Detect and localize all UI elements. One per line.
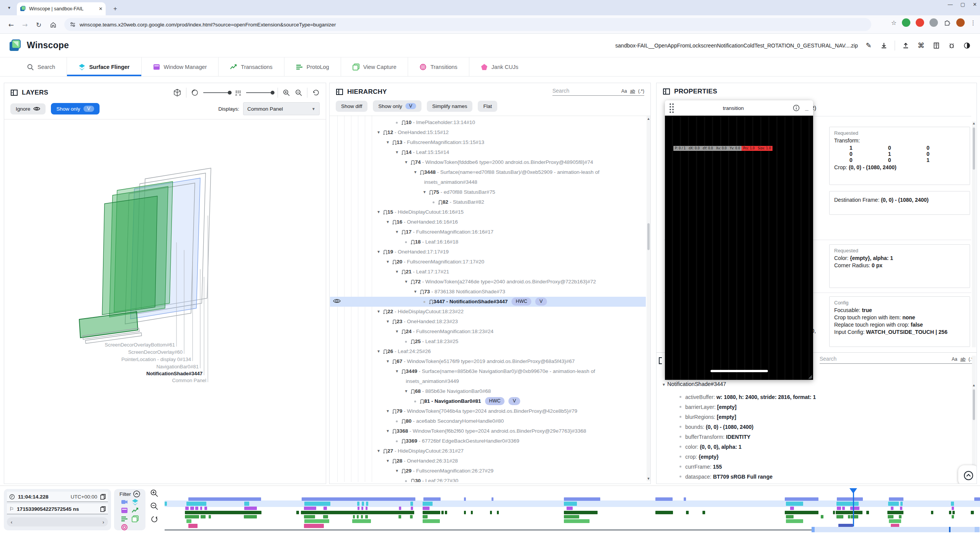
tree-node-25[interactable]: 25 - Leaf:18:23#25 [330, 337, 646, 347]
timeline-reset-zoom-icon[interactable] [150, 515, 158, 523]
tree-node-20[interactable]: ▼20 - FullscreenMagnification:17:17#20 [330, 257, 646, 267]
tree-node-3447[interactable]: 3447 - NotificationShade#3447HWCV [330, 297, 646, 307]
timeline-zoom-out-icon[interactable] [150, 502, 158, 510]
expand-arrow-icon[interactable]: ▼ [417, 187, 433, 197]
regex-icon[interactable]: (.*) [638, 88, 644, 94]
expand-arrow-icon[interactable]: ▼ [371, 307, 387, 317]
shortcuts-icon[interactable]: ⌘ [916, 41, 926, 50]
ignore-chip[interactable]: Ignore [10, 103, 46, 114]
tab-search[interactable]: Search [15, 57, 67, 76]
upload-icon[interactable] [901, 41, 910, 50]
collapse-filter-icon[interactable] [133, 490, 140, 497]
collapse-panel-icon[interactable] [10, 89, 18, 96]
tree-node-67[interactable]: ▼67 - WindowToken{e5176f9 type=2019 andr… [330, 356, 646, 366]
layers-3d-canvas[interactable]: ScreenDecorOverlayBottom#61ScreenDecorOv… [4, 121, 326, 484]
filter-camera-icon[interactable] [121, 499, 128, 505]
timeline-cursor-head[interactable] [849, 488, 857, 494]
zoom-in-icon[interactable] [283, 89, 290, 96]
edit-icon[interactable]: ✎ [864, 41, 873, 50]
expand-arrow-icon[interactable]: ▼ [390, 227, 406, 237]
curr-state-scrollbar[interactable]: ▲ [972, 356, 976, 481]
home-icon[interactable] [48, 20, 58, 30]
window-minimize-icon[interactable]: — [948, 2, 953, 7]
tree-node-21[interactable]: ▼21 - Leaf:17:17#21 [330, 267, 646, 277]
show-only-chip[interactable]: Show only V [51, 103, 100, 114]
expand-arrow-icon[interactable]: ▼ [371, 446, 387, 456]
extension-icon-red[interactable] [916, 18, 924, 27]
browser-tab[interactable]: Winscope | sandbox-FAIL ✕ [17, 2, 106, 15]
3d-view-icon[interactable] [173, 88, 181, 97]
hierarchy-search-input[interactable]: Search Aa ab (.*) [552, 88, 644, 96]
transition-screenshot-window[interactable]: transition _ P: 0 / 1dX: 0.0dY: 0.0Xv: 0… [665, 100, 813, 380]
reload-icon[interactable]: ↻ [34, 20, 44, 30]
tree-node-23[interactable]: ▼23 - OneHanded:18:23#23 [330, 317, 646, 327]
chip-flat[interactable]: Flat [478, 101, 497, 112]
tree-node-75[interactable]: ▼75 - ed70f88 StatusBar#75 [330, 187, 646, 197]
back-icon[interactable]: ← [6, 20, 16, 30]
expand-arrow-icon[interactable]: ▼ [371, 128, 387, 137]
curr-prop-bufferTransform[interactable]: bufferTransform: IDENTITY [679, 434, 750, 440]
tree-node-74[interactable]: ▼74 - WindowToken{fdddbe6 type=2000 andr… [330, 157, 646, 167]
timeline-cursor[interactable] [853, 489, 854, 526]
curr-prop-crop[interactable]: crop: {empty} [679, 454, 719, 460]
transition-window-titlebar[interactable]: transition _ [665, 100, 813, 116]
display-select[interactable]: Common Panel▼ [243, 102, 320, 115]
rotation-slider[interactable] [203, 92, 230, 93]
filter-stack-icon[interactable] [132, 515, 139, 522]
tree-node-22[interactable]: ▼22 - HideDisplayCutout:18:23#22 [330, 307, 646, 317]
tree-node-81[interactable]: 81 - NavigationBar0#81HWCV [330, 396, 646, 406]
tab-close-icon[interactable]: ✕ [99, 6, 103, 11]
expand-arrow-icon[interactable]: ▼ [381, 406, 397, 416]
expand-arrow-icon[interactable]: ▼ [408, 167, 424, 177]
report-bug-icon[interactable] [947, 41, 956, 50]
tree-node-72[interactable]: ▼72 - WindowToken{a2746de type=2040 andr… [330, 277, 646, 287]
expand-arrow-icon[interactable]: ▼ [390, 147, 406, 157]
window-maximize-icon[interactable]: ▢ [960, 2, 965, 7]
scroll-right-icon[interactable]: › [103, 519, 104, 525]
tab-view-capture[interactable]: View Capture [341, 57, 408, 76]
dark-mode-icon[interactable] [962, 41, 972, 50]
spacing-slider[interactable] [246, 92, 273, 93]
info-icon[interactable] [793, 105, 800, 111]
site-settings-icon[interactable] [70, 21, 76, 28]
curr-prop-color[interactable]: color: (0, 0, 0), alpha: 1 [679, 444, 742, 450]
download-icon[interactable] [879, 41, 889, 50]
tree-node-18[interactable]: 18 - Leaf:16:16#18 [330, 237, 646, 247]
expand-arrow-icon[interactable]: ▼ [390, 267, 406, 277]
tree-node-19[interactable]: ▼19 - OneHanded:17:17#19 [330, 247, 646, 257]
tree-node-80[interactable]: 80 - ace6abb SecondaryHomeHandle0#80 [330, 416, 646, 426]
tree-node-24[interactable]: ▼24 - FullscreenMagnification:18:23#24 [330, 327, 646, 337]
curr-prop-bounds[interactable]: bounds: (0, 0) - (1080, 2400) [679, 424, 753, 430]
bookmark-star-icon[interactable]: ☆ [891, 19, 897, 26]
expand-arrow-icon[interactable]: ▼ [399, 277, 415, 287]
expand-arrow-icon[interactable]: ▼ [381, 257, 397, 267]
properties-scrollbar[interactable]: ▲ [972, 121, 976, 347]
tree-node-79[interactable]: ▼79 - WindowToken{7046b4a type=2024 andr… [330, 406, 646, 416]
tree-node-3448[interactable]: ▼3448 - Surface(name=ed70f88 StatusBar)/… [330, 167, 646, 187]
collapse-to-bottom-button[interactable] [958, 465, 977, 484]
curr-prop-dataspace[interactable]: dataspace: BT709 sRGB Full range [679, 474, 773, 480]
expand-arrow-icon[interactable]: ▼ [390, 327, 406, 337]
tree-node-3368[interactable]: ▼3368 - WindowToken{f6b2f60 type=2024 an… [330, 426, 646, 436]
current-ns-field[interactable]: ⚐ 1715339054227572545 ns [7, 504, 108, 514]
expand-arrow-icon[interactable]: ▼ [390, 366, 406, 376]
tree-node-3449[interactable]: ▼3449 - Surface(name=885b63e NavigationB… [330, 366, 646, 386]
expand-arrow-icon[interactable]: ▼ [408, 287, 424, 297]
extensions-puzzle-icon[interactable] [943, 19, 951, 26]
match-word-icon[interactable]: ab [960, 356, 965, 362]
chrome-menu-icon[interactable]: ⋮ [970, 19, 976, 26]
tree-node-73[interactable]: ▼73 - 8736138 NotificationShade#73 [330, 287, 646, 297]
tree-node-28[interactable]: ▼28 - OneHanded:26:31#28 [330, 456, 646, 466]
url-bar[interactable]: winscope.teams.x20web.corp.google.com/pr… [64, 18, 871, 31]
chip-simplify-names[interactable]: Simplify names [427, 101, 473, 112]
filter-chart-icon[interactable] [132, 507, 139, 514]
tab-jank-cujs[interactable]: Jank CUJs [469, 57, 530, 76]
collapse-panel-icon[interactable] [663, 88, 670, 95]
tree-node-13[interactable]: ▼13 - FullscreenMagnification:15:15#13 [330, 137, 646, 147]
tree-node-15[interactable]: ▼15 - HideDisplayCutout:16:16#15 [330, 207, 646, 217]
cast-icon[interactable] [929, 18, 938, 27]
filter-list-icon[interactable] [121, 515, 128, 522]
timeline-scrollbar[interactable]: ‹ › [7, 517, 108, 526]
expand-arrow-icon[interactable]: ▼ [390, 466, 406, 476]
tab-protolog[interactable]: ProtoLog [284, 57, 341, 76]
